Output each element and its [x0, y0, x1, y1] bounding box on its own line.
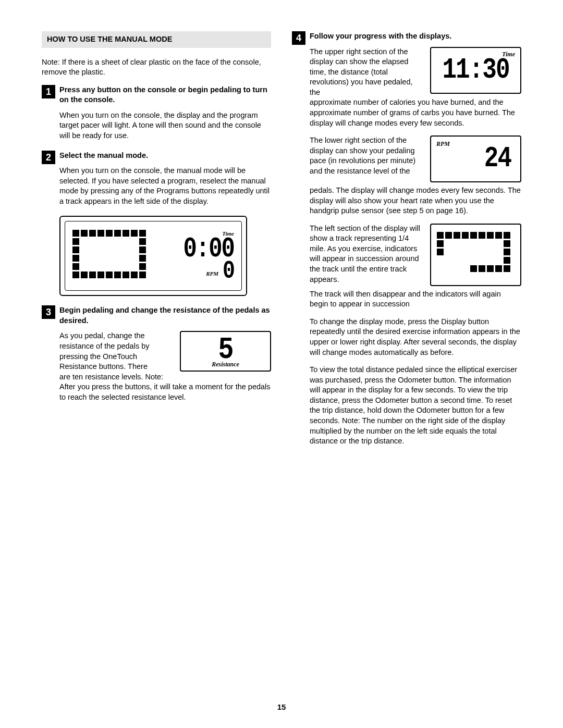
partial-track-graphic [437, 232, 515, 279]
step4-p3b: The track will then disappear and the in… [310, 289, 521, 310]
step4-p2b: pedals. The display will change modes ev… [310, 186, 521, 216]
rpm-fig-label: RPM [436, 140, 450, 148]
step4-p5: To view the total distance pedaled since… [310, 365, 521, 447]
time-fig-readout: 11:30 [442, 56, 509, 84]
left-column: HOW TO USE THE MANUAL MODE Note: If ther… [42, 31, 271, 456]
console-display-inner: Time 0:00 RPM 0 [65, 221, 242, 291]
console-display-figure: Time 0:00 RPM 0 [59, 216, 247, 296]
right-column: 4 Follow your progress with the displays… [292, 31, 521, 456]
step-1: 1 Press any button on the console or beg… [42, 85, 271, 105]
step-4-body: Time 11:30 The upper right section of th… [292, 47, 521, 447]
rpm-readout: 0 [223, 259, 234, 284]
step-number-badge: 4 [292, 31, 305, 45]
step-number-badge: 1 [42, 85, 55, 98]
section-header: HOW TO USE THE MANUAL MODE [42, 31, 271, 48]
resistance-label: Resistance [181, 360, 270, 368]
step-2-text: When you turn on the console, the manual… [59, 166, 271, 206]
step-1-body: When you turn on the console, the displa… [42, 110, 271, 141]
resistance-figure: 5 Resistance [180, 331, 271, 372]
step-1-text: When you turn on the console, the displa… [59, 110, 271, 141]
rpm-fig-readout: 24 [484, 144, 511, 173]
step-number-badge: 2 [42, 151, 55, 164]
rpm-figure: RPM 24 [430, 135, 521, 182]
step-number-badge: 3 [42, 305, 55, 319]
step-4-title: Follow your progress with the displays. [310, 31, 521, 42]
step-3-body: 5 Resistance As you pedal, change the re… [42, 331, 271, 410]
manual-page: HOW TO USE THE MANUAL MODE Note: If ther… [0, 0, 563, 728]
step-2-title: Select the manual mode. [59, 151, 271, 161]
step-3: 3 Begin pedaling and change the resistan… [42, 305, 271, 326]
intro-note: Note: If there is a sheet of clear plast… [42, 57, 271, 78]
two-column-layout: HOW TO USE THE MANUAL MODE Note: If ther… [42, 31, 521, 456]
console-readouts: Time 0:00 RPM 0 [156, 230, 234, 282]
step-3-text-b: are ten resistance levels. Note: After y… [59, 372, 271, 403]
rpm-label: RPM [206, 270, 218, 278]
step-1-title: Press any button on the console or begin… [59, 85, 271, 105]
step-3-title: Begin pedaling and change the resistance… [59, 305, 271, 326]
track-graphic [72, 230, 145, 282]
page-number: 15 [0, 702, 563, 712]
step-2: 2 Select the manual mode. [42, 151, 271, 161]
step-4: 4 Follow your progress with the displays… [292, 31, 521, 42]
step4-p1b: approximate number of calories you have … [310, 97, 521, 128]
track-figure [430, 224, 521, 286]
time-figure: Time 11:30 [430, 47, 521, 94]
step-2-body: When you turn on the console, the manual… [42, 166, 271, 206]
step4-p4: To change the display mode, press the Di… [310, 317, 521, 357]
